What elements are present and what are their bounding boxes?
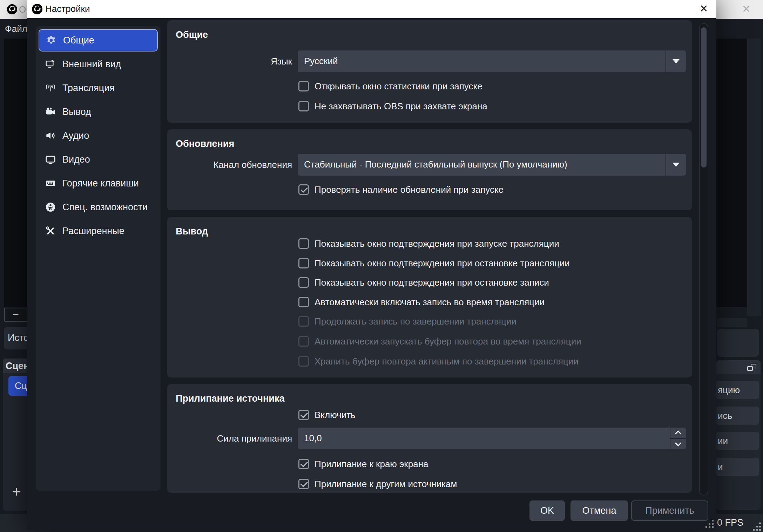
chevron-down-icon (666, 50, 686, 72)
section-snapping: Прилипание источника Включить Сила прили… (167, 384, 692, 493)
nav-label: Внешний вид (62, 59, 121, 70)
sources-dock-title: Исто (8, 327, 29, 349)
nav-item-output[interactable]: Вывод (39, 101, 158, 123)
fps-indicator: 0 FPS (717, 514, 743, 531)
nav-label: Общие (63, 35, 94, 46)
nav-label: Аудио (62, 130, 89, 141)
update-channel-label: Канал обновления (167, 154, 292, 176)
settings-nav: Общие Внешний вид Трансляция Вывод (36, 26, 161, 491)
checkbox-box (298, 410, 309, 420)
checkbox-snap-other-sources[interactable]: Прилипание к другим источникам (298, 478, 457, 490)
section-general-header: Общие (176, 29, 208, 40)
section-general: Общие Язык Русский Открывать окно статис… (167, 20, 692, 123)
preview-bottom-bar (717, 318, 747, 327)
nav-label: Вывод (62, 107, 91, 117)
nav-item-audio[interactable]: Аудио (39, 124, 158, 147)
scrollbar-thumb[interactable] (701, 27, 707, 168)
dialog-titlebar[interactable]: Настройки × (27, 0, 716, 18)
dialog-close-button[interactable]: × (695, 0, 712, 17)
checkbox-box (298, 101, 309, 111)
screen: OB × Файл − Исто Сцен Сцен + яцию ись ии… (0, 0, 763, 532)
checkbox-box (298, 297, 309, 307)
advanced-icon (44, 225, 57, 237)
apply-button[interactable]: Применить (631, 500, 708, 521)
checkbox-record-when-streaming[interactable]: Автоматически включать запись во время т… (298, 296, 545, 308)
checkbox-snapping-enable[interactable]: Включить (298, 409, 356, 421)
checkbox-box (298, 238, 309, 249)
nav-label: Трансляция (62, 83, 115, 94)
spinner-down-button[interactable] (670, 439, 686, 449)
appearance-icon (44, 58, 57, 70)
hotkeys-icon (44, 177, 57, 190)
nav-item-general[interactable]: Общие (39, 29, 158, 52)
add-scene-button[interactable]: + (8, 482, 25, 502)
checkbox-box (298, 479, 309, 489)
checkbox-box (298, 459, 309, 469)
nav-label: Горячие клавиши (62, 178, 139, 189)
minus-glyph: − (13, 309, 19, 321)
nav-item-stream[interactable]: Трансляция (39, 77, 158, 99)
snap-strength-label: Сила прилипания (167, 428, 292, 449)
section-output-header: Вывод (176, 226, 208, 237)
checkbox-check-updates[interactable]: Проверять наличие обновлений при запуске (298, 184, 504, 196)
ok-button[interactable]: OK (529, 500, 565, 521)
language-label: Язык (167, 50, 292, 72)
settings-button[interactable]: и (716, 458, 759, 476)
checkbox-box (298, 184, 309, 195)
chevron-down-icon (666, 154, 686, 176)
checkbox-box (298, 81, 309, 91)
broadcast-icon (44, 82, 57, 94)
mixer-dock-fragment (717, 329, 759, 357)
nav-label: Спец. возможности (62, 202, 148, 213)
section-updates-header: Обновления (176, 138, 234, 149)
checkbox-confirm-stop-recording[interactable]: Показывать окно подтверждения при остано… (298, 277, 549, 288)
nav-item-advanced[interactable]: Расширенные (39, 220, 158, 242)
checkbox-confirm-stop-stream[interactable]: Показывать окно подтверждения при остано… (298, 257, 570, 269)
nav-label: Расширенные (62, 226, 124, 237)
checkbox-box (298, 356, 309, 367)
language-value: Русский (304, 50, 338, 71)
controls-dock-header (716, 360, 761, 374)
checkbox-box (298, 277, 309, 288)
menu-item-file[interactable]: Файл (5, 19, 27, 39)
nav-item-video[interactable]: Видео (39, 148, 158, 171)
checkbox-replay-when-streaming: Автоматически запускать буфер повтора во… (298, 335, 581, 347)
start-recording-button[interactable]: ись (716, 407, 759, 425)
audio-icon (44, 129, 57, 142)
language-select[interactable]: Русский (298, 50, 686, 72)
update-channel-select[interactable]: Стабильный - Последний стабильный выпуск… (298, 154, 686, 176)
snap-strength-value: 10,0 (304, 428, 322, 449)
studio-mode-button[interactable]: ии (716, 432, 759, 450)
video-icon (44, 153, 57, 166)
window-resize-grip[interactable] (752, 522, 761, 531)
nav-item-accessibility[interactable]: Спец. возможности (39, 196, 158, 218)
section-output: Вывод Показывать окно подтверждения при … (167, 217, 692, 377)
checkbox-snap-screen-edge[interactable]: Прилипание к краю экрана (298, 458, 428, 470)
accessibility-icon (44, 201, 57, 213)
section-updates: Обновления Канал обновления Стабильный -… (167, 129, 692, 210)
snap-strength-spinner[interactable]: 10,0 (298, 428, 686, 449)
dialog-resize-grip[interactable] (705, 519, 714, 528)
obs-logo-icon (7, 4, 18, 16)
preview-side-panel (747, 39, 761, 316)
checkbox-open-stats[interactable]: Открывать окно статистики при запуске (298, 80, 482, 92)
main-window-close-button[interactable]: × (738, 0, 755, 18)
section-snapping-header: Прилипание источника (176, 393, 284, 404)
start-streaming-button[interactable]: яцию (716, 381, 759, 399)
spinner-up-button[interactable] (670, 428, 686, 439)
scenes-dock-title: Сцен (6, 359, 29, 373)
checkbox-hide-obs-capture[interactable]: Не захватывать OBS при захвате экрана (298, 100, 487, 112)
nav-item-hotkeys[interactable]: Горячие клавиши (39, 172, 158, 195)
obs-logo-icon (32, 4, 43, 16)
popout-dock-icon[interactable] (747, 364, 756, 371)
nav-item-appearance[interactable]: Внешний вид (39, 53, 158, 75)
update-channel-value: Стабильный - Последний стабильный выпуск… (304, 154, 567, 175)
cancel-button[interactable]: Отмена (570, 500, 628, 521)
checkbox-keep-recording: Продолжать запись по завершении трансляц… (298, 315, 516, 327)
gear-icon (45, 34, 58, 47)
settings-scrollbar[interactable] (699, 23, 708, 496)
dialog-title: Настройки (45, 0, 90, 18)
checkbox-box (298, 258, 309, 268)
checkbox-confirm-start-stream[interactable]: Показывать окно подтверждения при запуск… (298, 238, 559, 250)
volume-minus-control[interactable]: − (4, 308, 27, 322)
